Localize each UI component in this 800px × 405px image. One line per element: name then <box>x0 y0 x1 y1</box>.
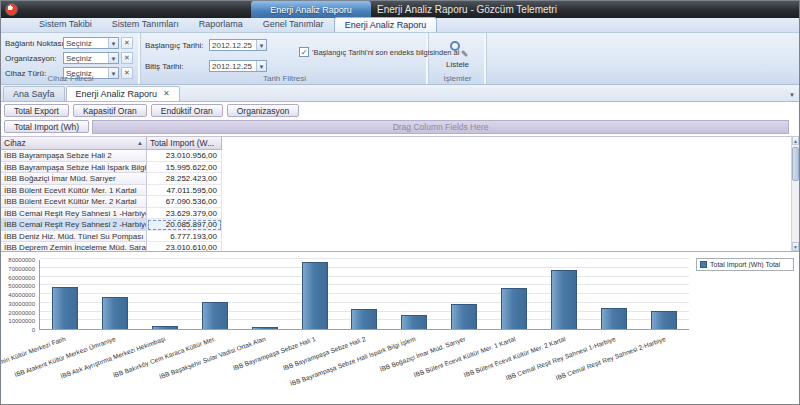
vertical-scrollbar[interactable]: ▲ ▼ <box>791 136 799 251</box>
ribbon-tab-genel-tan-mlar[interactable]: Genel Tanımlar <box>253 17 334 32</box>
value-cell[interactable]: 23.629.379,00 <box>147 208 222 220</box>
clear-filter-button[interactable]: ✕ <box>121 52 133 64</box>
table-row: İBB Bülent Ecevit Kültür Mer. 2 Kartal67… <box>1 196 791 208</box>
ribbon-tab-sistem-takibi[interactable]: Sistem Takibi <box>29 17 102 32</box>
value-cell[interactable]: 20.085.897,00 <box>147 219 222 231</box>
bar-slot <box>589 308 639 329</box>
bar-slot <box>489 288 539 329</box>
bar-slot <box>90 297 140 329</box>
bar-slot <box>140 326 190 329</box>
ribbon-tab-sistem-tan-mlar[interactable]: Sistem Tanımları <box>102 17 189 32</box>
organization-label: Organizasyon: <box>5 54 63 63</box>
table-row: İBB Deniz Hiz. Müd. Tünel Su Pompası6.77… <box>1 231 791 243</box>
ribbon-group-actions: Listele İşlemler <box>429 33 487 84</box>
contextual-tab-caption: Enerji Analiz Raporu <box>251 1 371 18</box>
close-tab-icon[interactable]: ✕ <box>163 90 170 98</box>
ribbon-tab-raporlama[interactable]: Raporlama <box>189 17 253 32</box>
value-cell[interactable]: 23.010.956,00 <box>147 150 222 162</box>
value-cell[interactable]: 23.010.610,00 <box>147 242 222 251</box>
y-axis-tick-label: 30000000 <box>8 301 35 307</box>
scrollbar-thumb[interactable] <box>792 147 799 181</box>
chevron-down-icon[interactable]: ▼ <box>256 61 266 71</box>
ribbon-group-date-filter: Başlangıç Tarihi: 2012.12.25 ▼ Bitiş Tar… <box>141 33 429 84</box>
bar <box>152 326 178 329</box>
doc-tab-enerji-analiz-raporu[interactable]: Enerji Analiz Raporu✕ <box>66 86 180 101</box>
group-caption-date-filter: Tarih Filtresi <box>141 74 428 83</box>
y-axis-tick-label: 0 <box>32 327 35 333</box>
bar-chart: 0100000002000000030000000400000005000000… <box>1 251 799 404</box>
value-cell[interactable]: 67.090.536,00 <box>147 196 222 208</box>
end-date-label: Bitiş Tarihi: <box>145 62 209 71</box>
row-header-cell[interactable]: İBB Boğaziçi İmar Müd. Sarıyer <box>1 173 147 185</box>
tab-list-chevron-down-icon[interactable]: ▼ <box>789 92 795 98</box>
column-fields-drop-area[interactable]: Drag Column Fields Here <box>92 120 789 134</box>
data-column-header[interactable]: Total Import (W... <box>147 137 222 150</box>
row-field-header-cihaz[interactable]: Cihaz ▲ <box>1 137 147 150</box>
y-axis-tick-label: 50000000 <box>8 283 35 289</box>
bar-slot <box>290 262 340 329</box>
chevron-down-icon[interactable]: ▼ <box>256 40 266 50</box>
table-row: İBB Deprem Zemin İnceleme Müd. Saraçhane… <box>1 242 791 251</box>
pivot-grid: Total ExportKapasitif OranEndüktif OranO… <box>1 102 799 251</box>
chevron-down-icon[interactable]: ▼ <box>108 38 118 48</box>
row-header-cell[interactable]: İBB Deprem Zemin İnceleme Müd. Saraçhane <box>1 242 147 251</box>
y-axis-tick-label: 60000000 <box>8 275 35 281</box>
chart-plot-area <box>39 260 689 330</box>
app-logo-icon[interactable] <box>5 3 18 16</box>
row-header-cell[interactable]: İBB Cemal Reşit Rey Sahnesi 2 -Harbiye <box>1 219 147 231</box>
y-axis-tick-label: 40000000 <box>8 292 35 298</box>
titlebar: Enerji Analiz Raporu Enerji Analiz Rapor… <box>1 1 799 18</box>
value-cell[interactable]: 47.011.595,00 <box>147 185 222 197</box>
bar-slot <box>439 304 489 329</box>
field-button-end-ktif-oran[interactable]: Endüktif Oran <box>151 104 223 117</box>
ribbon-tab-enerji-analiz-raporu[interactable]: Enerji Analiz Raporu <box>334 17 438 32</box>
ribbon-empty-space <box>487 33 799 84</box>
organization-combobox[interactable]: Seçiniz ▼ <box>63 52 119 64</box>
bar <box>351 309 377 329</box>
pivot-data-header-area: Total Import (Wh) Drag Column Fields Her… <box>4 120 789 134</box>
table-row: İBB Cemal Reşit Rey Sahnesi 2 -Harbiye20… <box>1 219 791 231</box>
scroll-up-icon[interactable]: ▲ <box>792 136 799 145</box>
bar <box>252 327 278 329</box>
y-axis-tick-label: 80000000 <box>8 257 35 263</box>
search-icon <box>448 39 468 59</box>
row-header-cell[interactable]: İBB Bülent Ecevit Kültür Mer. 1 Kartal <box>1 185 147 197</box>
value-cell[interactable]: 6.777.193,00 <box>147 231 222 243</box>
value-cell[interactable]: 28.252.423,00 <box>147 173 222 185</box>
bar-slot <box>639 311 689 329</box>
row-header-cell[interactable]: İBB Bayrampaşa Sebze Hali 2 <box>1 150 147 162</box>
end-date-editor[interactable]: 2012.12.25 ▼ <box>209 60 267 72</box>
field-button-kapasitif-oran[interactable]: Kapasitif Oran <box>73 104 147 117</box>
row-header-cell[interactable]: İBB Bayrampaşa Sebze Hali İspark Bilgi İ… <box>1 162 147 174</box>
bar-slot <box>240 327 290 329</box>
table-row: İBB Bayrampaşa Sebze Hali İspark Bilgi İ… <box>1 162 791 174</box>
row-header-cell[interactable]: İBB Bülent Ecevit Kültür Mer. 2 Kartal <box>1 196 147 208</box>
bar-slot <box>40 287 90 329</box>
start-date-editor[interactable]: 2012.12.25 ▼ <box>209 39 267 51</box>
gridline <box>40 258 689 259</box>
chevron-down-icon[interactable]: ▼ <box>108 53 118 63</box>
table-row: İBB Cemal Reşit Rey Sahnesi 1 -Harbiye23… <box>1 208 791 220</box>
field-button-total-export[interactable]: Total Export <box>4 104 69 117</box>
bar <box>202 302 228 329</box>
value-cell[interactable]: 15.995.622,00 <box>147 162 222 174</box>
bar <box>501 288 527 329</box>
clear-filter-button[interactable]: ✕ <box>121 37 133 49</box>
data-field-button-total-import[interactable]: Total Import (Wh) <box>4 120 89 133</box>
y-axis-tick-label: 20000000 <box>8 310 35 316</box>
connection-point-label: Bağlantı Noktası: <box>5 39 63 48</box>
table-row: İBB Boğaziçi İmar Müd. Sarıyer28.252.423… <box>1 173 791 185</box>
row-header-cell[interactable]: İBB Deniz Hiz. Müd. Tünel Su Pompası <box>1 231 147 243</box>
legend-label: Total Import (Wh) Total <box>710 261 780 268</box>
row-header-cell[interactable]: İBB Cemal Reşit Rey Sahnesi 1 -Harbiye <box>1 208 147 220</box>
scroll-down-icon[interactable]: ▼ <box>792 242 799 251</box>
chart-y-axis: 0100000002000000030000000400000005000000… <box>1 260 37 330</box>
bar <box>302 262 328 329</box>
list-button[interactable]: Listele <box>435 36 481 72</box>
chart-legend: Total Import (Wh) Total <box>696 258 794 271</box>
field-button-organizasyon[interactable]: Organizasyon <box>227 104 299 117</box>
bar <box>102 297 128 329</box>
doc-tab-ana-sayfa[interactable]: Ana Sayfa <box>3 86 65 101</box>
use-last-index-checkbox[interactable]: ✓ <box>299 47 309 57</box>
connection-point-combobox[interactable]: Seçiniz ▼ <box>63 37 119 49</box>
